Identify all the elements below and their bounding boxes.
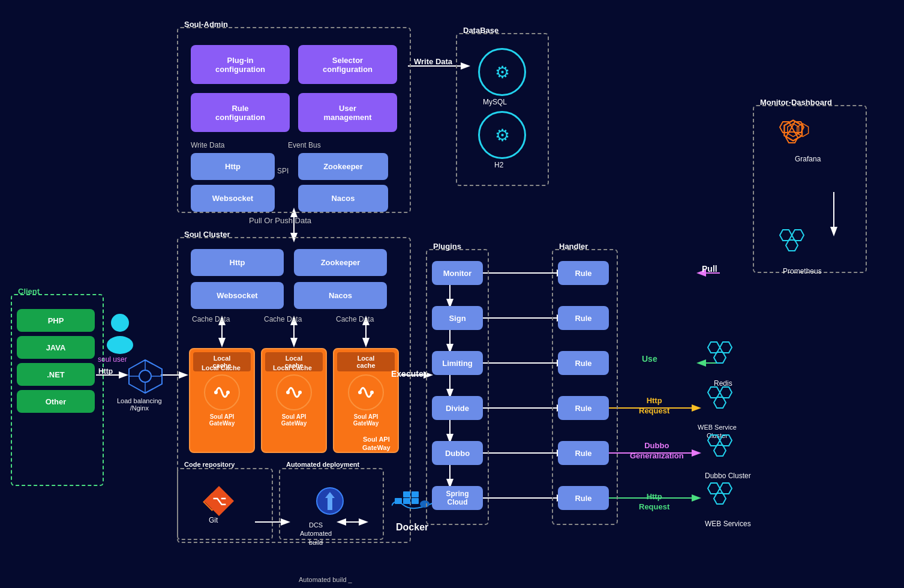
web-service-cluster-icon (699, 384, 753, 423)
rule-6-tile[interactable]: Rule (558, 486, 609, 510)
other-tile[interactable]: Other (17, 390, 95, 413)
nacos-sync-tile[interactable]: Nacos (298, 185, 388, 212)
svg-point-48 (107, 336, 133, 354)
rule-config-tile[interactable]: Ruleconfiguration (191, 93, 290, 132)
soul-gateway-label: Soul APIGateWay (362, 435, 391, 452)
spring-cloud-tile[interactable]: SpringCloud (432, 486, 483, 510)
docker-label: Docker (396, 522, 428, 533)
user-mgmt-tile[interactable]: Usermanagement (298, 93, 397, 132)
load-balancer-label: Load balancing/Nginx (117, 397, 162, 412)
svg-point-36 (298, 391, 302, 394)
svg-point-38 (370, 391, 374, 394)
write-data-arrow-label: Write Data (414, 57, 452, 66)
monitor-dashboard-label: Monitor-Dashboard (760, 98, 832, 107)
websocket-sync-tile[interactable]: Websocket (191, 185, 275, 212)
svg-point-35 (286, 391, 290, 394)
svg-marker-65 (720, 483, 732, 494)
client-label: Client (18, 287, 40, 296)
java-tile[interactable]: JAVA (17, 336, 95, 359)
http-sync-tile[interactable]: Http (191, 153, 275, 180)
divide-tile[interactable]: Divide (432, 396, 483, 420)
svg-marker-55 (708, 342, 720, 353)
http-request-2-label: HttpRequest (639, 492, 669, 512)
prometheus-label: Prometheus (783, 267, 822, 275)
dubbo-cluster-icon (699, 432, 753, 471)
svg-rect-44 (403, 491, 410, 497)
monitor-tile[interactable]: Monitor (432, 261, 483, 285)
redis-icon (699, 339, 753, 378)
dubbo-cluster-label: Dubbo Cluster (705, 472, 751, 480)
svg-rect-43 (412, 498, 419, 504)
h2-icon: ⚙ (478, 111, 526, 159)
svg-marker-56 (720, 342, 732, 353)
svg-marker-62 (720, 435, 732, 446)
svg-marker-63 (714, 445, 726, 456)
websocket-cluster-tile[interactable]: Websocket (191, 282, 284, 309)
zookeeper-cluster-tile[interactable]: Zookeeper (294, 249, 387, 276)
cache-data-label-2: Cache Data (264, 315, 302, 323)
use-label: Use (642, 354, 657, 364)
svg-marker-27 (780, 122, 792, 133)
svg-marker-61 (708, 435, 720, 446)
svg-marker-30 (780, 230, 792, 241)
auto-deploy-label: Automated deployment (286, 461, 359, 468)
soul-cluster-label: Soul Cluster (184, 230, 230, 239)
rule-1-tile[interactable]: Rule (558, 261, 609, 285)
svg-marker-29 (786, 132, 798, 143)
dubbo-tile[interactable]: Dubbo (432, 441, 483, 465)
handler-label: Handler (559, 242, 588, 251)
web-services-label: WEB Services (705, 520, 751, 528)
svg-marker-66 (714, 493, 726, 504)
spi-label: SPI (277, 167, 289, 175)
svg-point-47 (111, 314, 129, 332)
rule-3-tile[interactable]: Rule (558, 351, 609, 375)
rule-2-tile[interactable]: Rule (558, 306, 609, 330)
svg-marker-57 (714, 352, 726, 363)
svg-rect-45 (412, 491, 419, 497)
svg-marker-60 (714, 397, 726, 408)
plugins-label: Plugins (433, 242, 461, 251)
svg-marker-32 (786, 240, 798, 251)
rule-4-tile[interactable]: Rule (558, 396, 609, 420)
pull-push-label: Pull Or Push Data (249, 216, 311, 225)
svg-point-33 (214, 391, 218, 394)
limiting-tile[interactable]: Limiting (432, 351, 483, 375)
selector-config-tile[interactable]: Selectorconfiguration (298, 45, 397, 84)
dubbo-gen-label: DubboGeneralization (630, 441, 684, 461)
local-cache-2-label: Local Cache (273, 364, 312, 371)
mysql-icon: ⚙ (478, 48, 526, 96)
automated-build-label: Automated build _ (299, 576, 352, 583)
svg-rect-42 (403, 498, 410, 504)
soul-user-icon (102, 312, 138, 362)
prometheus-cluster-icon (768, 225, 822, 264)
local-cache-main-label: Local Cache (202, 364, 241, 371)
cache-data-label-3: Cache Data (336, 315, 374, 323)
http-request-1-label: HttpRequest (639, 396, 669, 416)
dcs-label: DCSAutomatedbuild (300, 521, 332, 547)
svg-marker-28 (792, 122, 804, 133)
http-cluster-tile[interactable]: Http (191, 249, 284, 276)
code-repo-label: Code repository (184, 461, 235, 468)
event-bus-label: Event Bus (288, 141, 321, 149)
database-label: DataBase (463, 26, 498, 35)
svg-marker-64 (708, 483, 720, 494)
plugins-box: Plugins (426, 249, 489, 525)
nacos-cluster-tile[interactable]: Nacos (294, 282, 387, 309)
php-tile[interactable]: PHP (17, 309, 95, 332)
git-label: Git (209, 516, 218, 524)
soul-user-label: soul user (98, 355, 127, 364)
handler-box: Handler (552, 249, 618, 525)
load-balancer-icon (126, 357, 165, 396)
rule-5-tile[interactable]: Rule (558, 441, 609, 465)
dotnet-tile[interactable]: .NET (17, 363, 95, 386)
svg-point-37 (358, 391, 362, 394)
svg-marker-31 (792, 230, 804, 241)
zookeeper-sync-tile[interactable]: Zookeeper (298, 153, 388, 180)
grafana-cluster-icon (768, 117, 822, 156)
plugin-config-tile[interactable]: Plug-inconfiguration (191, 45, 290, 84)
sign-tile[interactable]: Sign (432, 306, 483, 330)
soul-admin-label: Soul-Admin (184, 20, 228, 29)
http-client-label: Http (98, 367, 113, 376)
execute-label: Execute (391, 369, 424, 379)
mysql-label: MySQL (483, 98, 507, 106)
